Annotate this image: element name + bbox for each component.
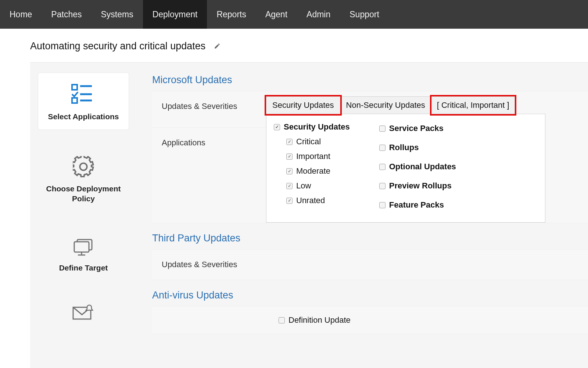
row-label-applications[interactable]: Applications <box>152 127 266 158</box>
checkbox-security-updates-group[interactable]: Security Updates <box>274 122 350 132</box>
checkbox-feature-packs[interactable]: Feature Packs <box>379 200 456 210</box>
checkbox-icon <box>379 125 386 132</box>
thirdparty-block: Updates & Severities <box>152 249 588 280</box>
pencil-icon[interactable] <box>214 43 220 49</box>
wizard-step-define-target[interactable]: Define Target <box>38 228 129 281</box>
content-wrap: Select Applications Choose Deployment Po… <box>30 62 588 368</box>
checkbox-service-packs[interactable]: Service Packs <box>379 124 456 133</box>
checkbox-optional-updates[interactable]: Optional Updates <box>379 162 456 171</box>
row-label-updates-severities[interactable]: Updates & Severities <box>152 91 266 121</box>
svg-rect-6 <box>74 242 89 252</box>
antivirus-block: Definition Update <box>152 306 588 334</box>
wizard-step-choose-policy[interactable]: Choose Deployment Policy <box>38 146 129 212</box>
severity-tabs: Security Updates Non-Security Updates [ … <box>266 96 515 114</box>
checkbox-moderate[interactable]: Moderate <box>286 166 350 176</box>
severity-left-col: Security Updates Critical Important Mode… <box>274 122 350 210</box>
wizard-sidebar: Select Applications Choose Deployment Po… <box>30 63 134 334</box>
wizard-step-notify[interactable] <box>38 294 129 329</box>
wizard-step-label: Choose Deployment Policy <box>42 184 125 204</box>
selected-severity-summary[interactable]: [ Critical, Important ] <box>431 97 514 114</box>
main-panel: Microsoft Updates Updates & Severities S… <box>134 63 588 334</box>
wizard-step-label: Select Applications <box>42 112 125 121</box>
top-nav: Home Patches Systems Deployment Reports … <box>0 0 588 29</box>
checkbox-icon <box>286 168 293 174</box>
nav-item-reports[interactable]: Reports <box>207 0 256 29</box>
checkbox-icon <box>379 145 386 151</box>
checklist-icon <box>71 83 96 105</box>
row-label-tp-updates-severities[interactable]: Updates & Severities <box>152 250 266 280</box>
page-title-row: Automating security and critical updates <box>0 29 588 52</box>
checkbox-icon <box>379 183 386 189</box>
checkbox-rollups[interactable]: Rollups <box>379 143 456 152</box>
gear-icon <box>73 156 94 177</box>
section-microsoft-heading: Microsoft Updates <box>152 74 588 86</box>
checkbox-important[interactable]: Important <box>286 152 350 161</box>
nav-item-admin[interactable]: Admin <box>297 0 340 29</box>
checkbox-icon <box>286 198 293 204</box>
section-antivirus-heading: Anti-virus Updates <box>152 290 588 301</box>
nav-item-home[interactable]: Home <box>0 0 42 29</box>
monitor-icon <box>73 238 94 256</box>
nav-item-support[interactable]: Support <box>340 0 389 29</box>
checkbox-definition-update[interactable]: Definition Update <box>279 315 588 325</box>
nav-item-agent[interactable]: Agent <box>256 0 297 29</box>
checkbox-icon <box>286 183 293 189</box>
checkbox-icon <box>279 317 285 323</box>
checkbox-low[interactable]: Low <box>286 181 350 191</box>
severity-right-col: Service Packs Rollups Optional Updates P… <box>379 122 456 210</box>
nav-item-deployment[interactable]: Deployment <box>143 0 207 29</box>
checkbox-preview-rollups[interactable]: Preview Rollups <box>379 181 456 191</box>
checkbox-critical[interactable]: Critical <box>286 137 350 146</box>
checkbox-icon <box>379 164 386 170</box>
svg-rect-1 <box>72 98 77 103</box>
section-thirdparty-heading: Third Party Updates <box>152 233 588 244</box>
nav-item-patches[interactable]: Patches <box>42 0 91 29</box>
wizard-step-select-applications[interactable]: Select Applications <box>38 73 129 130</box>
checkbox-icon <box>286 139 293 145</box>
mail-bell-icon <box>72 304 94 320</box>
page-title: Automating security and critical updates <box>30 40 205 52</box>
tab-security-updates[interactable]: Security Updates <box>266 97 340 114</box>
microsoft-block: Updates & Severities Security Updates No… <box>152 91 588 223</box>
tab-non-security-updates[interactable]: Non-Security Updates <box>340 97 431 114</box>
checkbox-icon <box>274 124 280 130</box>
nav-item-systems[interactable]: Systems <box>91 0 143 29</box>
checkbox-icon <box>286 153 293 160</box>
svg-rect-0 <box>72 85 77 90</box>
wizard-step-label: Define Target <box>42 263 125 273</box>
severity-dropdown-panel: Security Updates Critical Important Mode… <box>266 114 545 223</box>
checkbox-icon <box>379 202 386 208</box>
checkbox-unrated[interactable]: Unrated <box>286 196 350 205</box>
